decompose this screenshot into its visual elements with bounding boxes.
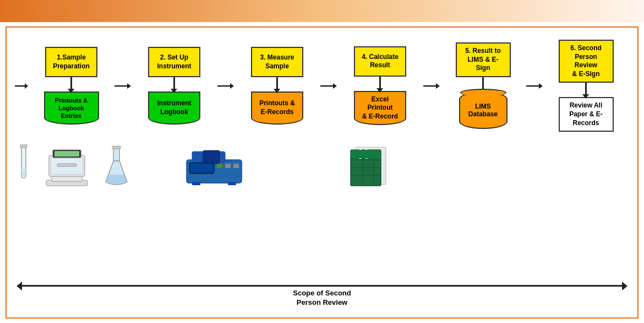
svg-marker-5: [230, 83, 234, 89]
step5-output: LIMSDatabase: [459, 91, 507, 129]
step3-down-arrow: [276, 77, 278, 89]
svg-rect-34: [228, 182, 236, 185]
step4-box: 4. CalculateResult: [354, 46, 406, 77]
balance-image: [41, 144, 93, 189]
step-4-col: 4. CalculateResult Excel Printout& E-Rec…: [337, 46, 423, 126]
svg-marker-11: [539, 83, 543, 89]
svg-rect-43: [351, 150, 381, 158]
step4-down-arrow: [379, 77, 381, 89]
svg-rect-31: [225, 164, 231, 168]
step3-box: 3. MeasureSample: [251, 47, 303, 77]
step1-down-arrow: [70, 77, 72, 89]
flask-image: [101, 144, 132, 189]
svg-rect-32: [233, 164, 239, 168]
svg-rect-24: [112, 146, 121, 149]
svg-marker-7: [333, 83, 337, 89]
main-container: 1.SamplePreparation Printouts &Logbook E…: [6, 26, 638, 319]
scope-label: Scope of Second Person Review: [293, 289, 351, 308]
scope-text-line2: Person Review: [297, 298, 348, 306]
connector-4-5: [423, 80, 440, 91]
step5-down-arrow: [482, 77, 484, 89]
step4-output: Excel Printout& E-Record: [354, 91, 406, 126]
connector-1-2: [114, 80, 131, 91]
scope-bar: Scope of Second Person Review: [18, 285, 626, 308]
svg-rect-27: [203, 150, 220, 164]
step-6-col: 6. SecondPerson Review& E-Sign Review Al…: [543, 40, 629, 132]
svg-marker-3: [127, 83, 131, 89]
spectrophotometer-image: [181, 146, 247, 187]
top-bar: [0, 0, 644, 22]
connector-3-4: [320, 80, 337, 91]
svg-rect-23: [113, 147, 119, 161]
step1-box: 1.SamplePreparation: [45, 47, 97, 77]
scope-arrow: [18, 285, 626, 287]
test-tube-image: [15, 144, 32, 189]
scope-line: [18, 285, 626, 287]
svg-rect-14: [20, 144, 27, 148]
svg-marker-9: [436, 83, 440, 89]
step1-output: Printouts &Logbook Entries: [44, 91, 99, 125]
svg-rect-33: [192, 182, 200, 185]
step-1-col: 1.SamplePreparation Printouts &Logbook E…: [28, 47, 114, 125]
svg-rect-30: [217, 164, 222, 168]
connector-5-6: [526, 80, 543, 91]
images-area: X Process Paper Hybrid: [15, 142, 632, 191]
step-3-col: 3. MeasureSample Printouts &E-Records: [234, 47, 320, 125]
step2-box: 2. Set UpInstrument: [148, 47, 200, 77]
step-2-col: 2. Set UpInstrument InstrumentLogbook: [131, 47, 217, 125]
step6-down-arrow: [585, 83, 587, 95]
step6-box: 6. SecondPerson Review& E-Sign: [559, 40, 614, 83]
step6-output: Review AllPaper & E-Records: [559, 97, 614, 132]
svg-rect-20: [57, 164, 77, 166]
svg-rect-22: [54, 151, 79, 157]
flowchart-row: 1.SamplePreparation Printouts &Logbook E…: [12, 40, 632, 132]
step-5-col: 5. Result toLIMS & E-Sign LIMSDatabase: [440, 42, 526, 129]
step5-box: 5. Result toLIMS & E-Sign: [456, 42, 511, 77]
initial-arrow: [15, 80, 28, 91]
step3-output: Printouts &E-Records: [251, 91, 303, 125]
step2-down-arrow: [173, 77, 175, 89]
step2-output: InstrumentLogbook: [148, 91, 200, 125]
svg-rect-29: [190, 164, 213, 173]
svg-rect-15: [21, 168, 26, 176]
scope-text-line1: Scope of Second: [293, 289, 351, 297]
excel-image: X: [343, 144, 393, 189]
connector-2-3: [217, 80, 234, 91]
